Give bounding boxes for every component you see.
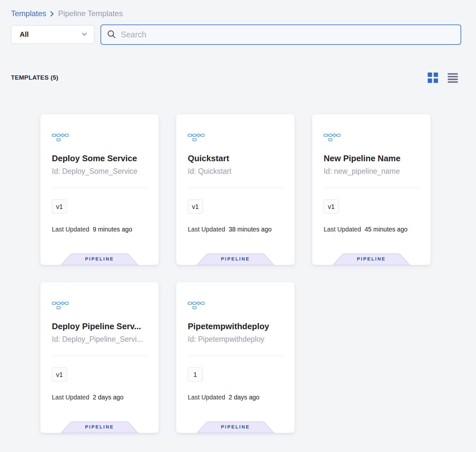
last-updated-value: 2 days ago <box>93 394 123 401</box>
last-updated-label: Last Updated <box>324 226 361 233</box>
search-box <box>100 25 461 45</box>
grid-view-icon <box>428 73 438 83</box>
breadcrumb-templates-link[interactable]: Templates <box>11 9 46 18</box>
templates-grid: Deploy Some Service Id: Deploy_Some_Serv… <box>40 114 476 433</box>
version-badge: v1 <box>52 368 67 382</box>
pipeline-stages-icon <box>188 300 283 310</box>
grid-view-button[interactable] <box>428 73 438 83</box>
pipeline-tag-label: PIPELINE <box>333 256 410 261</box>
pipeline-templates-page: Templates Pipeline Templates All TEMPLAT… <box>0 0 476 433</box>
section-header: TEMPLATES (5) <box>11 73 461 83</box>
last-updated-row: Last Updated 2 days ago <box>188 394 283 401</box>
template-title: Deploy Pipeline Serv... <box>52 321 147 331</box>
filter-controls: All <box>11 25 461 45</box>
pipeline-tag: PIPELINE <box>61 253 138 265</box>
version-badge: v1 <box>52 200 67 214</box>
last-updated-label: Last Updated <box>52 394 89 401</box>
breadcrumb-current-page: Pipeline Templates <box>58 9 123 18</box>
scope-filter-dropdown[interactable]: All <box>11 25 94 44</box>
last-updated-value: 38 minutes ago <box>229 226 271 233</box>
template-id: Id: Deploy_Pipeline_Servi... <box>52 334 147 344</box>
search-input[interactable] <box>121 30 455 39</box>
last-updated-row: Last Updated 38 minutes ago <box>188 226 283 233</box>
last-updated-label: Last Updated <box>188 394 225 401</box>
template-card[interactable]: Quickstart Id: Quickstart v1 Last Update… <box>176 114 295 265</box>
pipeline-stages-icon <box>52 132 147 142</box>
last-updated-value: 45 minutes ago <box>365 226 407 233</box>
last-updated-label: Last Updated <box>52 226 89 233</box>
template-id: Id: new_pipeline_name <box>324 166 419 176</box>
pipeline-tag-label: PIPELINE <box>61 256 138 261</box>
list-view-icon <box>448 73 458 83</box>
last-updated-value: 2 days ago <box>229 394 259 401</box>
template-card[interactable]: Deploy Some Service Id: Deploy_Some_Serv… <box>40 114 159 265</box>
last-updated-label: Last Updated <box>188 226 225 233</box>
pipeline-tag: PIPELINE <box>197 421 274 433</box>
breadcrumb-chevron-icon <box>50 11 54 17</box>
version-badge: 1 <box>188 368 203 382</box>
breadcrumb: Templates Pipeline Templates <box>11 9 476 18</box>
templates-count-heading: TEMPLATES (5) <box>11 74 58 81</box>
template-card[interactable]: Deploy Pipeline Serv... Id: Deploy_Pipel… <box>40 282 159 433</box>
last-updated-row: Last Updated 9 minutes ago <box>52 226 147 233</box>
view-toggles <box>428 73 458 83</box>
pipeline-stages-icon <box>188 132 283 142</box>
last-updated-row: Last Updated 2 days ago <box>52 394 147 401</box>
pipeline-stages-icon <box>52 300 147 310</box>
chevron-down-icon <box>82 32 87 37</box>
pipeline-tag-label: PIPELINE <box>61 424 138 429</box>
pipeline-tag: PIPELINE <box>333 253 410 265</box>
version-badge: v1 <box>188 200 203 214</box>
scope-filter-value: All <box>20 30 29 39</box>
list-view-button[interactable] <box>448 73 458 83</box>
template-card[interactable]: Pipetempwithdeploy Id: Pipetempwithdeplo… <box>176 282 295 433</box>
template-id: Id: Quickstart <box>188 166 283 176</box>
version-badge: v1 <box>324 200 339 214</box>
template-title: Quickstart <box>188 153 283 163</box>
last-updated-value: 9 minutes ago <box>93 226 132 233</box>
template-title: Deploy Some Service <box>52 153 147 163</box>
template-title: Pipetempwithdeploy <box>188 321 283 331</box>
pipeline-tag: PIPELINE <box>197 253 274 265</box>
pipeline-tag-label: PIPELINE <box>197 256 274 261</box>
pipeline-tag-label: PIPELINE <box>197 424 274 429</box>
last-updated-row: Last Updated 45 minutes ago <box>324 226 419 233</box>
template-id: Id: Pipetempwithdeploy <box>188 334 283 344</box>
pipeline-stages-icon <box>324 132 419 142</box>
search-icon <box>107 30 116 40</box>
template-card[interactable]: New Pipeline Name Id: new_pipeline_name … <box>312 114 431 265</box>
pipeline-tag: PIPELINE <box>61 421 138 433</box>
template-title: New Pipeline Name <box>324 153 419 163</box>
template-id: Id: Deploy_Some_Service <box>52 166 147 176</box>
